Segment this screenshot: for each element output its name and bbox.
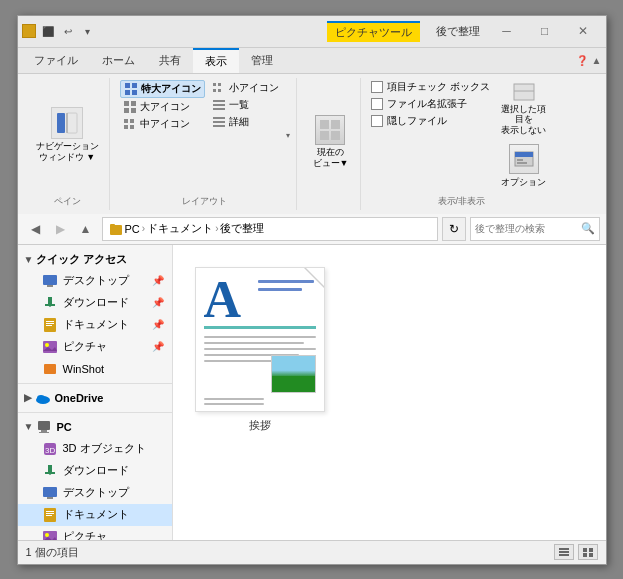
file-ext-check[interactable]: ファイル名拡張子 — [371, 97, 490, 111]
status-right — [554, 544, 598, 560]
item-check-boxes[interactable]: 項目チェック ボックス — [371, 80, 490, 94]
status-list-view[interactable] — [554, 544, 574, 560]
teal-divider — [204, 326, 316, 329]
svg-rect-12 — [130, 119, 134, 123]
svg-rect-65 — [46, 515, 52, 516]
main-area: ▼ クイック アクセス デスクトップ 📌 ダウンロード 📌 ドキュメント 📌 ピ… — [18, 245, 606, 540]
tab-view[interactable]: 表示 — [193, 48, 239, 73]
svg-rect-36 — [110, 224, 115, 227]
svg-rect-16 — [218, 83, 221, 86]
sidebar-documents-label: ドキュメント — [63, 507, 129, 522]
small-icons-btn[interactable]: 小アイコン — [209, 80, 282, 96]
sidebar-item-desktop[interactable]: デスクトップ 📌 — [18, 270, 172, 292]
list-btn[interactable]: 一覧 — [209, 97, 282, 113]
sidebar-item-docs[interactable]: ドキュメント 📌 — [18, 314, 172, 336]
qa-btn-2[interactable]: ↩ — [59, 22, 77, 40]
body-line-3 — [204, 348, 316, 350]
details-btn[interactable]: 詳細 — [209, 114, 282, 130]
sidebar-desktop-label: デスクトップ — [63, 273, 129, 288]
svg-rect-17 — [213, 89, 216, 92]
svg-rect-33 — [517, 159, 523, 161]
svg-point-47 — [45, 343, 49, 347]
medium-icons-label: 中アイコン — [140, 117, 190, 131]
docs-icon — [42, 317, 58, 333]
svg-rect-74 — [583, 548, 587, 552]
svg-rect-44 — [46, 323, 54, 324]
sidebar-item-download2[interactable]: ダウンロード — [18, 460, 172, 482]
onedrive-chevron: ▶ — [24, 392, 32, 403]
forward-button[interactable]: ▶ — [49, 217, 73, 241]
pc-header[interactable]: ▼ PC — [18, 416, 172, 438]
tab-share[interactable]: 共有 — [147, 48, 193, 73]
body-line-2 — [204, 342, 305, 344]
sidebar-item-download[interactable]: ダウンロード 📌 — [18, 292, 172, 314]
close-button[interactable]: ✕ — [564, 15, 602, 47]
svg-rect-7 — [124, 101, 129, 106]
extra-large-icons-btn[interactable]: 特大アイコン — [120, 80, 205, 98]
sidebar-item-desktop2[interactable]: デスクトップ — [18, 482, 172, 504]
large-icons-btn[interactable]: 大アイコン — [120, 99, 205, 115]
desktop-icon — [42, 273, 58, 289]
sidebar-item-documents[interactable]: ドキュメント — [18, 504, 172, 526]
status-icon-view[interactable] — [578, 544, 598, 560]
sidebar-item-pictures2[interactable]: ピクチャ — [18, 526, 172, 540]
qa-btn-dropdown[interactable]: ▾ — [79, 22, 97, 40]
layout-dropdown[interactable]: ▾ — [286, 80, 290, 191]
sidebar-item-pictures[interactable]: ピクチャ 📌 — [18, 336, 172, 358]
svg-rect-43 — [46, 321, 54, 322]
help-icon[interactable]: ❓ — [576, 55, 588, 66]
hidden-files-checkbox-icon — [371, 115, 383, 127]
sidebar-winshot-label: WinShot — [63, 363, 105, 375]
tab-home[interactable]: ホーム — [90, 48, 147, 73]
refresh-button[interactable]: ↻ — [442, 217, 466, 241]
qa-btn-1[interactable]: ⬛ — [39, 22, 57, 40]
thumbnail-land — [272, 376, 315, 392]
folder-name-tab: 後で整理 — [428, 22, 488, 41]
up-button[interactable]: ▲ — [74, 217, 98, 241]
layout-group-label: レイアウト — [182, 193, 227, 208]
svg-rect-14 — [130, 125, 134, 129]
file-item[interactable]: A — [189, 261, 331, 439]
pin-icon-download: 📌 — [152, 297, 164, 308]
medium-icons-btn[interactable]: 中アイコン — [120, 116, 205, 132]
tab-manage[interactable]: 管理 — [239, 48, 285, 73]
minimize-button[interactable]: ─ — [488, 15, 526, 47]
hidden-files-check[interactable]: 隠しファイル — [371, 114, 490, 128]
pin-icon-docs: 📌 — [152, 319, 164, 330]
sidebar-sep-1 — [18, 383, 172, 384]
tab-file[interactable]: ファイル — [22, 48, 90, 73]
small-icons-label: 小アイコン — [229, 81, 279, 95]
svg-rect-1 — [67, 113, 77, 133]
picture-tools-tab[interactable]: ピクチャツール — [327, 21, 420, 42]
options-button[interactable]: オプション — [496, 142, 551, 191]
icon-view-options: 特大アイコン 大アイコン 中アイコン — [120, 80, 205, 132]
line-r1 — [258, 280, 314, 283]
sidebar-item-winshot[interactable]: WinShot — [18, 358, 172, 380]
svg-rect-29 — [514, 84, 534, 100]
svg-rect-27 — [320, 131, 329, 140]
quick-access-header[interactable]: ▼ クイック アクセス — [18, 249, 172, 270]
maximize-button[interactable]: □ — [526, 15, 564, 47]
address-path[interactable]: PC › ドキュメント › 後で整理 — [102, 217, 438, 241]
item-checkbox-icon — [371, 81, 383, 93]
svg-rect-9 — [124, 108, 129, 113]
back-button[interactable]: ◀ — [24, 217, 48, 241]
hidden-files-label: 隠しファイル — [387, 114, 447, 128]
onedrive-header[interactable]: ▶ OneDrive — [18, 387, 172, 409]
current-view-button[interactable]: 現在のビュー▼ — [307, 113, 355, 171]
options-icon — [509, 144, 539, 174]
nav-pane-label: ナビゲーションウィンドウ ▼ — [36, 141, 99, 163]
sidebar-pictures-label: ピクチャ — [63, 339, 107, 354]
nav-pane-button[interactable]: ナビゲーションウィンドウ ▼ — [32, 105, 103, 165]
bottom-line-2 — [204, 403, 264, 405]
svg-rect-53 — [41, 430, 47, 432]
title-bar-left: ⬛ ↩ ▾ — [22, 22, 327, 40]
svg-rect-0 — [57, 113, 65, 133]
hide-selected-button[interactable]: 選択した項目を表示しない — [496, 80, 551, 138]
sidebar-item-3d[interactable]: 3D 3D オブジェクト — [18, 438, 172, 460]
collapse-ribbon-icon[interactable]: ▲ — [592, 55, 602, 66]
item-count: 1 個の項目 — [26, 545, 79, 560]
show-hide-buttons: 選択した項目を表示しない オプション — [496, 80, 551, 191]
search-input[interactable] — [475, 223, 577, 234]
file-label: 挨拶 — [249, 418, 271, 433]
